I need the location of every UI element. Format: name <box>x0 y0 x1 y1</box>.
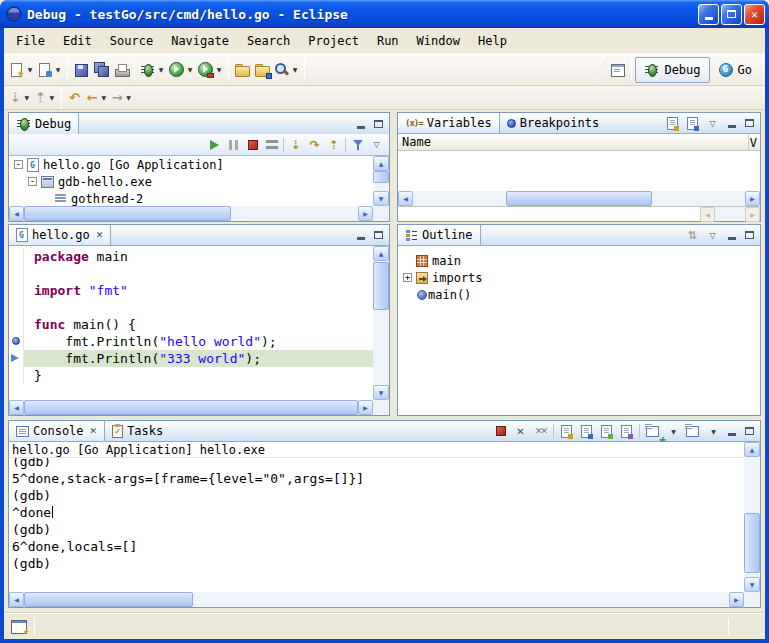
tab-variables[interactable]: (x)= Variables <box>398 113 500 133</box>
editor-hscrollbar[interactable]: ◀ ▶ <box>9 400 373 415</box>
tree-expander-icon[interactable]: + <box>403 273 412 282</box>
next-annotation-button[interactable]: ⇣▼ <box>8 88 33 108</box>
dropdown-icon[interactable]: ▼ <box>100 94 108 101</box>
code-text[interactable]: package main <box>24 248 373 265</box>
perspective-debug[interactable]: Debug <box>635 57 709 83</box>
dropdown-icon[interactable]: ▼ <box>48 94 56 101</box>
resume-button[interactable] <box>205 135 224 154</box>
step-into-button[interactable]: ⇣ <box>286 135 305 154</box>
step-return-button[interactable]: ⇡ <box>324 135 343 154</box>
variables-view-menu[interactable]: ▽ <box>703 114 722 133</box>
maximize-view-icon[interactable] <box>370 115 387 132</box>
console-output[interactable]: (gdb) 5^done,stack-args=[frame={level="0… <box>9 458 744 592</box>
minimize-view-icon[interactable] <box>352 115 369 132</box>
variables-tree[interactable] <box>398 151 760 191</box>
debug-launch-button[interactable]: ▼ <box>138 57 167 83</box>
remove-launch-button[interactable]: ✕ <box>511 422 530 441</box>
suspend-button[interactable] <box>224 135 243 154</box>
sort-button[interactable]: ⇅ <box>683 226 702 245</box>
tree-expander-icon[interactable]: - <box>28 177 37 186</box>
scroll-right-icon[interactable]: ▶ <box>729 592 744 607</box>
menu-source[interactable]: Source <box>101 30 162 52</box>
editor-ruler-cell[interactable] <box>9 316 24 333</box>
previous-annotation-button[interactable]: ⇡▼ <box>33 88 58 108</box>
minimize-view-icon[interactable] <box>723 227 740 244</box>
editor-ruler-cell[interactable] <box>9 299 24 316</box>
code-text[interactable]: } <box>24 367 373 384</box>
dropdown-icon[interactable]: ▼ <box>291 66 299 73</box>
editor-ruler-cell[interactable] <box>9 265 24 282</box>
tree-row[interactable]: -gdb-hello.exe <box>9 173 373 190</box>
dropdown-icon[interactable]: ▼ <box>125 94 133 101</box>
code-text[interactable]: import "fmt" <box>24 282 373 299</box>
scroll-lock-button[interactable] <box>577 422 596 441</box>
menu-file[interactable]: File <box>7 30 54 52</box>
scroll-down-icon[interactable]: ▼ <box>744 577 760 592</box>
open-console-button[interactable] <box>683 422 702 441</box>
scroll-left-icon[interactable]: ◀ <box>700 207 715 222</box>
variables-detail-pane[interactable]: ◀ ▶ <box>398 206 760 221</box>
variables-hscrollbar[interactable]: ◀ ▶ <box>398 191 760 206</box>
save-all-button[interactable] <box>91 57 111 83</box>
code-text[interactable]: fmt.Println("333 world"); <box>24 350 373 367</box>
menu-project[interactable]: Project <box>299 30 368 52</box>
collapse-all-button[interactable] <box>683 114 702 133</box>
code-text[interactable]: fmt.Println("hello world"); <box>24 333 373 350</box>
open-console-dropdown[interactable]: ▼ <box>703 422 722 441</box>
terminate-button[interactable] <box>243 135 262 154</box>
run-launch-button[interactable]: ▼ <box>167 57 196 83</box>
minimize-view-icon[interactable] <box>352 227 369 244</box>
scroll-up-icon[interactable]: ▲ <box>744 442 760 457</box>
scroll-left-icon[interactable]: ◀ <box>398 191 413 206</box>
clear-console-button[interactable] <box>557 422 576 441</box>
console-vscrollbar[interactable]: ▲ ▼ <box>744 442 760 592</box>
debug-vscrollbar[interactable]: ▲ ▼ <box>373 156 389 206</box>
tree-expander-icon[interactable]: - <box>14 160 23 169</box>
menu-navigate[interactable]: Navigate <box>162 30 238 52</box>
debug-view-menu[interactable]: ▽ <box>367 135 386 154</box>
editor-vscrollbar[interactable]: ▲ ▼ <box>373 246 389 400</box>
dropdown-icon[interactable]: ▼ <box>23 94 31 101</box>
scrollbar-thumb[interactable] <box>506 191 652 206</box>
code-editor[interactable]: package mainimport "fmt"func main() { fm… <box>9 246 373 400</box>
scrollbar-thumb[interactable] <box>24 592 193 607</box>
scrollbar-thumb[interactable] <box>744 513 760 573</box>
perspective-go[interactable]: G Go <box>710 57 761 83</box>
step-filters-button[interactable] <box>348 135 367 154</box>
close-tab-icon[interactable]: ✕ <box>90 426 98 436</box>
scroll-up-icon[interactable]: ▲ <box>373 156 389 171</box>
fast-view-button[interactable] <box>9 618 29 636</box>
minimize-view-icon[interactable] <box>723 115 740 132</box>
console-hscrollbar[interactable]: ◀ ▶ <box>9 592 744 607</box>
tree-row[interactable]: +imports <box>398 269 760 286</box>
scroll-right-icon[interactable]: ▶ <box>745 191 760 206</box>
disconnect-button[interactable] <box>262 135 281 154</box>
variables-column-header[interactable]: Name V <box>398 134 760 151</box>
scroll-down-icon[interactable]: ▼ <box>373 191 389 206</box>
dropdown-icon[interactable]: ▼ <box>186 66 194 73</box>
scroll-right-icon[interactable]: ▶ <box>358 206 373 221</box>
open-perspective-button[interactable] <box>608 57 628 83</box>
scrollbar-thumb[interactable] <box>373 262 389 310</box>
tab-debug[interactable]: Debug <box>9 113 79 134</box>
editor-ruler-cell[interactable] <box>9 367 24 384</box>
remove-all-launches-button[interactable]: ✕✕ <box>531 422 550 441</box>
scroll-down-icon[interactable]: ▼ <box>373 385 389 400</box>
scroll-up-icon[interactable]: ▲ <box>373 246 389 261</box>
tree-row[interactable]: main() <box>398 286 760 303</box>
minimize-button[interactable] <box>698 4 719 25</box>
show-type-names-button[interactable] <box>663 114 682 133</box>
close-tab-icon[interactable]: ✕ <box>96 230 104 240</box>
scroll-right-icon[interactable]: ▶ <box>745 207 760 222</box>
external-tools-button[interactable]: ▼ <box>196 57 225 83</box>
dropdown-icon[interactable]: ▼ <box>215 66 223 73</box>
scrollbar-thumb[interactable] <box>24 400 358 415</box>
editor-ruler-cell[interactable] <box>9 282 24 299</box>
maximize-button[interactable] <box>721 4 742 25</box>
terminate-console-button[interactable] <box>491 422 510 441</box>
editor-ruler-cell[interactable] <box>9 333 24 350</box>
forward-button[interactable]: →▼ <box>110 88 135 108</box>
tab-editor-hello-go[interactable]: hello.go ✕ <box>9 225 111 245</box>
tab-breakpoints[interactable]: Breakpoints <box>500 113 606 133</box>
maximize-view-icon[interactable] <box>741 227 758 244</box>
